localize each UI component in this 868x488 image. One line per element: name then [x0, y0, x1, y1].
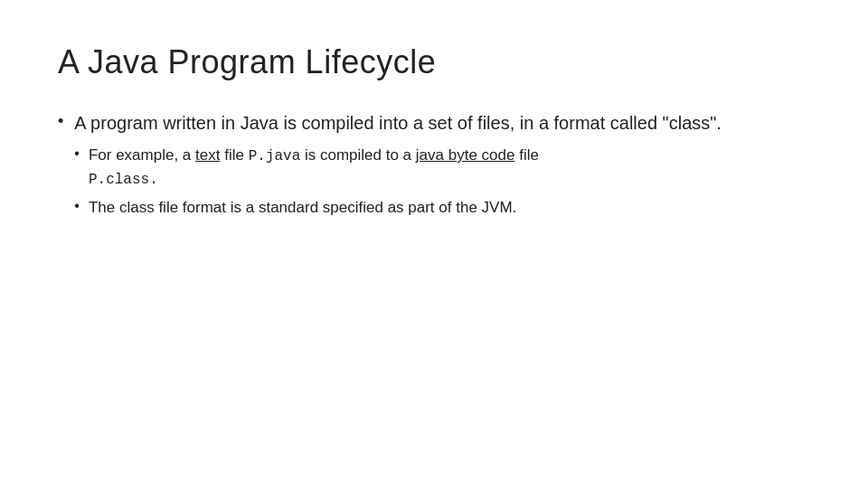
code-block: P.class. [89, 169, 539, 191]
sub-bullet-text-1: For example, a text file P.java is compi… [89, 144, 539, 191]
underline-text-2: java byte code [416, 146, 515, 164]
code-inline: P.java [249, 148, 301, 164]
underline-text: text [195, 146, 220, 164]
bullet-text: A program written in Java is compiled in… [74, 113, 722, 133]
content-area: • A program written in Java is compiled … [58, 110, 810, 227]
bullet-dot: • [74, 198, 80, 214]
list-item: • For example, a text file P.java is com… [74, 144, 722, 191]
list-item: • A program written in Java is compiled … [58, 110, 810, 220]
list-item: • The class file format is a standard sp… [74, 196, 722, 220]
sub-bullets: • For example, a text file P.java is com… [74, 144, 722, 220]
slide: A Java Program Lifecycle • A program wri… [0, 0, 868, 488]
bullet-dot: • [58, 112, 63, 131]
slide-title: A Java Program Lifecycle [58, 43, 810, 81]
bullet-dot: • [74, 145, 80, 162]
bullet-content: A program written in Java is compiled in… [74, 110, 722, 220]
sub-bullet-text-2: The class file format is a standard spec… [89, 196, 516, 220]
